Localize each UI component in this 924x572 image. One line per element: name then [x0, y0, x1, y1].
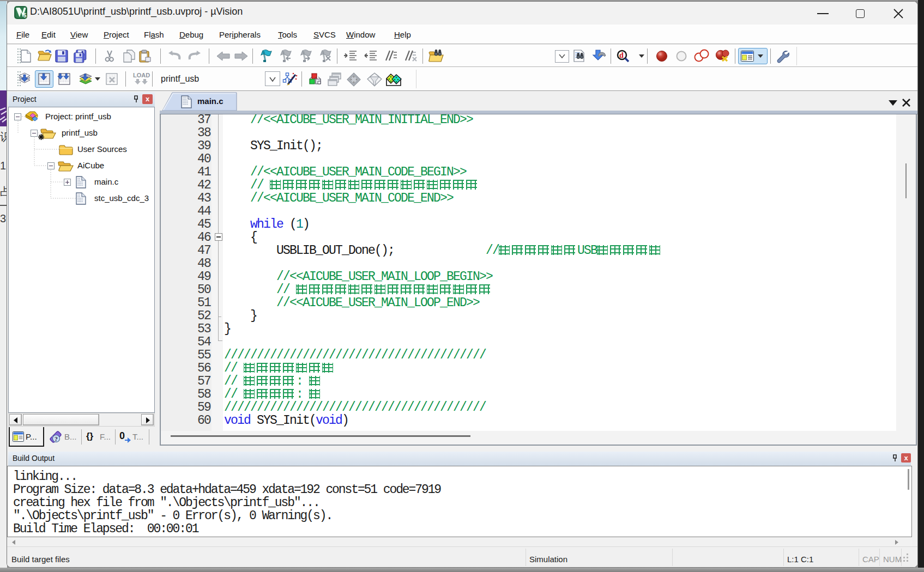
- svg-text:d: d: [619, 51, 624, 59]
- svg-text:LOAD: LOAD: [133, 72, 150, 78]
- svg-text:5: 5: [23, 13, 27, 19]
- svg-text:?: ?: [55, 435, 58, 443]
